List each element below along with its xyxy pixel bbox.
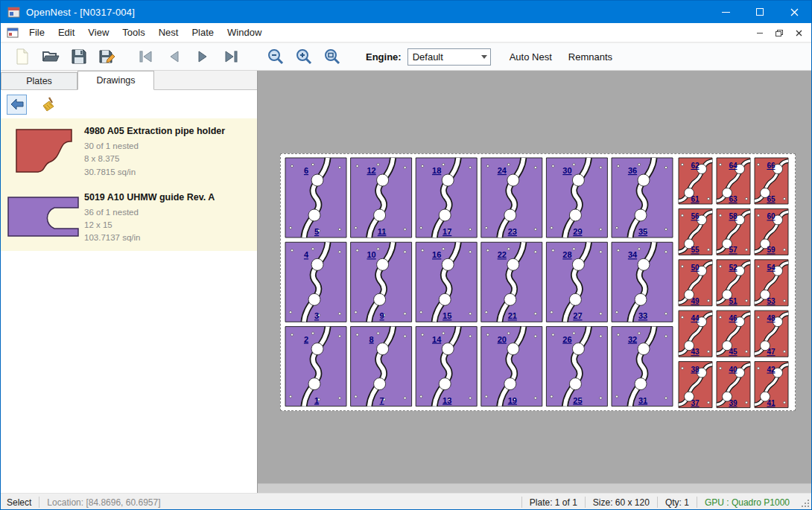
open-folder-icon [42, 49, 60, 64]
engine-selected-value: Default [408, 51, 478, 63]
save-button[interactable] [65, 45, 93, 68]
nest-cell[interactable]: 5453 [755, 260, 788, 306]
nest-cell[interactable]: 3231 [612, 327, 673, 407]
auto-nest-button[interactable]: Auto Nest [501, 45, 560, 68]
mdi-close-button[interactable] [790, 25, 807, 40]
zoom-in-button[interactable] [290, 45, 318, 68]
part-number: 46 [729, 314, 738, 322]
tab-plates[interactable]: Plates [1, 72, 77, 89]
part-number: 6 [304, 166, 308, 175]
drawing-area: 30.7815 sq/in [84, 166, 225, 179]
nest-cell[interactable]: 5655 [679, 208, 712, 255]
nest-cell[interactable]: 2221 [481, 242, 542, 322]
nest-cell[interactable]: 3635 [612, 158, 673, 238]
chevron-down-icon [481, 55, 487, 59]
nest-cell[interactable]: 65 [285, 158, 346, 238]
mdi-minimize-button[interactable] [752, 25, 768, 40]
nest-cell[interactable]: 4847 [755, 310, 788, 357]
zoom-out-icon [267, 48, 285, 66]
nest-cell[interactable]: 2625 [546, 327, 607, 407]
part-number: 28 [562, 250, 571, 259]
nest-cell[interactable]: 3029 [546, 158, 607, 238]
open-button[interactable] [37, 45, 65, 68]
engine-select[interactable]: Default [407, 48, 491, 66]
drawing-list-item[interactable]: 5019 A10 UHMW guide Rev. A 36 of 1 neste… [1, 185, 257, 251]
nav-next-button[interactable] [188, 45, 217, 68]
part-number: 65 [767, 195, 775, 203]
part-number: 14 [432, 335, 442, 344]
mdi-restore-button[interactable] [771, 25, 787, 40]
drawing-thumb-red [4, 123, 84, 179]
resize-grip[interactable] [800, 498, 810, 508]
drawing-size: 12 x 15 [84, 219, 215, 232]
part-number: 56 [691, 212, 700, 220]
nest-cell[interactable]: 6261 [679, 158, 712, 204]
nest-cell[interactable]: 6463 [717, 158, 750, 204]
tab-drawings[interactable]: Drawings [77, 71, 154, 90]
horizontal-scrollbar[interactable] [258, 483, 812, 493]
minimize-button[interactable] [708, 1, 743, 23]
broom-icon [40, 97, 55, 112]
nest-cell[interactable]: 4443 [679, 310, 712, 357]
remnants-button[interactable]: Remnants [560, 45, 621, 68]
part-number: 50 [691, 264, 700, 272]
nest-cell[interactable]: 21 [285, 327, 346, 407]
combo-caret-button[interactable] [478, 49, 490, 65]
nest-cell[interactable]: 5049 [679, 260, 712, 306]
nest-cell[interactable]: 2827 [546, 242, 607, 322]
plate[interactable]: 6512111817242330293635431091615222128273… [280, 153, 796, 411]
nest-cell[interactable]: 2019 [481, 327, 542, 407]
menu-view[interactable]: View [81, 23, 115, 42]
nest-cell[interactable]: 1413 [416, 327, 477, 407]
drawings-list: 4980 A05 Extraction pipe holder 30 of 1 … [1, 118, 257, 493]
menu-plate[interactable]: Plate [185, 23, 221, 42]
mdi-restore-icon [775, 30, 783, 36]
nest-cell[interactable]: 3837 [679, 362, 712, 408]
nest-cell[interactable]: 5251 [717, 260, 750, 306]
status-qty: Qty: 1 [658, 497, 697, 508]
menu-file[interactable]: File [22, 23, 51, 42]
nav-last-button[interactable] [217, 45, 245, 68]
import-drawing-button[interactable] [7, 95, 27, 115]
nest-cell[interactable]: 4241 [755, 362, 788, 408]
drawing-list-item[interactable]: 4980 A05 Extraction pipe holder 30 of 1 … [1, 118, 257, 185]
close-button[interactable] [777, 1, 811, 23]
nest-cell[interactable]: 5857 [717, 208, 750, 255]
app-icon [7, 7, 20, 18]
menu-window[interactable]: Window [221, 23, 268, 42]
nav-first-button[interactable] [132, 45, 160, 68]
menu-tools[interactable]: Tools [115, 23, 151, 42]
nest-cell[interactable]: 1817 [416, 158, 477, 238]
nest-cell[interactable]: 1615 [416, 242, 477, 322]
nest-cell[interactable]: 4039 [717, 362, 750, 408]
new-button[interactable] [8, 45, 37, 68]
nest-cell[interactable]: 87 [351, 327, 412, 407]
nest-cell[interactable]: 3433 [612, 242, 673, 322]
part-number: 26 [562, 335, 571, 344]
nest-cell[interactable]: 4645 [717, 310, 750, 357]
zoom-out-button[interactable] [261, 45, 290, 68]
menu-edit[interactable]: Edit [51, 23, 81, 42]
titlebar[interactable]: OpenNest - [N0317-004] [1, 1, 811, 23]
main-toolbar: Engine: Default Auto Nest Remnants [1, 42, 811, 71]
part-number: 55 [691, 246, 700, 254]
clear-drawings-button[interactable] [37, 95, 57, 115]
menu-nest[interactable]: Nest [152, 23, 185, 42]
nest-plate-svg[interactable]: 6512111817242330293635431091615222128273… [281, 154, 795, 410]
part-number: 12 [367, 166, 375, 175]
nest-cell[interactable]: 6059 [755, 208, 788, 255]
nest-cell[interactable]: 2423 [481, 158, 542, 238]
save-as-button[interactable] [93, 45, 121, 68]
nest-cell[interactable]: 6665 [755, 158, 788, 204]
nav-prev-button[interactable] [160, 45, 188, 68]
nest-cell[interactable]: 109 [351, 242, 412, 322]
zoom-fit-button[interactable] [318, 45, 346, 68]
nest-canvas[interactable]: 6512111817242330293635431091615222128273… [258, 71, 812, 493]
panel-tabstrip: Plates Drawings [1, 71, 257, 90]
nest-cell[interactable]: 43 [285, 242, 346, 322]
nest-cell[interactable]: 1211 [351, 158, 412, 238]
drawing-nested-count: 30 of 1 nested [84, 140, 225, 153]
maximize-button[interactable] [743, 1, 777, 23]
status-gpu: GPU : Quadro P1000 [697, 497, 797, 508]
part-number: 15 [443, 311, 451, 320]
